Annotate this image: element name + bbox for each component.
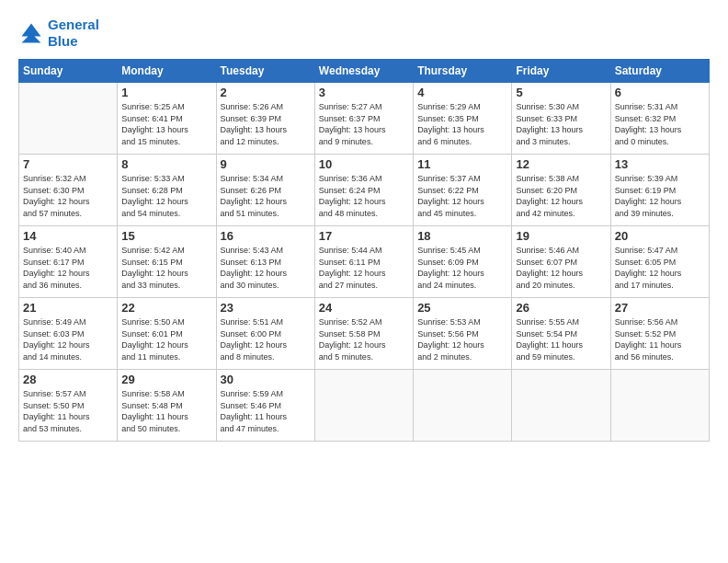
day-cell: 1Sunrise: 5:25 AM Sunset: 6:41 PM Daylig… (118, 83, 216, 155)
day-info: Sunrise: 5:58 AM Sunset: 5:48 PM Dayligh… (121, 388, 211, 434)
week-row-4: 21Sunrise: 5:49 AM Sunset: 6:03 PM Dayli… (19, 298, 710, 370)
day-info: Sunrise: 5:47 AM Sunset: 6:05 PM Dayligh… (615, 245, 705, 291)
weekday-header-saturday: Saturday (610, 60, 709, 83)
day-number: 21 (23, 301, 113, 315)
day-cell: 25Sunrise: 5:53 AM Sunset: 5:56 PM Dayli… (414, 298, 512, 370)
day-number: 15 (121, 229, 211, 243)
day-info: Sunrise: 5:30 AM Sunset: 6:33 PM Dayligh… (516, 101, 606, 147)
day-number: 20 (615, 229, 705, 243)
week-row-5: 28Sunrise: 5:57 AM Sunset: 5:50 PM Dayli… (19, 370, 710, 442)
day-info: Sunrise: 5:29 AM Sunset: 6:35 PM Dayligh… (417, 101, 507, 147)
svg-marker-0 (22, 24, 41, 43)
week-row-1: 1Sunrise: 5:25 AM Sunset: 6:41 PM Daylig… (19, 83, 710, 155)
day-info: Sunrise: 5:43 AM Sunset: 6:13 PM Dayligh… (221, 245, 311, 291)
day-info: Sunrise: 5:38 AM Sunset: 6:20 PM Dayligh… (516, 173, 606, 219)
day-cell: 12Sunrise: 5:38 AM Sunset: 6:20 PM Dayli… (512, 155, 610, 226)
day-cell: 22Sunrise: 5:50 AM Sunset: 6:01 PM Dayli… (118, 298, 216, 370)
day-cell (19, 83, 118, 155)
day-info: Sunrise: 5:56 AM Sunset: 5:52 PM Dayligh… (615, 316, 705, 362)
page: General Blue SundayMondayTuesdayWednesda… (0, 0, 728, 563)
weekday-header-tuesday: Tuesday (216, 60, 314, 83)
weekday-header-wednesday: Wednesday (314, 60, 413, 83)
day-cell: 18Sunrise: 5:45 AM Sunset: 6:09 PM Dayli… (414, 226, 512, 298)
day-number: 16 (221, 229, 311, 243)
day-info: Sunrise: 5:36 AM Sunset: 6:24 PM Dayligh… (319, 173, 409, 219)
day-cell: 13Sunrise: 5:39 AM Sunset: 6:19 PM Dayli… (610, 155, 709, 226)
weekday-header-monday: Monday (118, 60, 216, 83)
day-number: 25 (417, 301, 507, 315)
day-cell: 4Sunrise: 5:29 AM Sunset: 6:35 PM Daylig… (414, 83, 512, 155)
day-cell: 19Sunrise: 5:46 AM Sunset: 6:07 PM Dayli… (512, 226, 610, 298)
day-cell: 29Sunrise: 5:58 AM Sunset: 5:48 PM Dayli… (118, 370, 216, 442)
weekday-header-friday: Friday (512, 60, 610, 83)
day-cell: 28Sunrise: 5:57 AM Sunset: 5:50 PM Dayli… (19, 370, 118, 442)
day-cell: 11Sunrise: 5:37 AM Sunset: 6:22 PM Dayli… (414, 155, 512, 226)
day-number: 14 (23, 229, 113, 243)
day-info: Sunrise: 5:34 AM Sunset: 6:26 PM Dayligh… (221, 173, 311, 219)
day-info: Sunrise: 5:52 AM Sunset: 5:58 PM Dayligh… (319, 316, 409, 362)
header: General Blue (18, 17, 710, 50)
day-cell: 21Sunrise: 5:49 AM Sunset: 6:03 PM Dayli… (19, 298, 118, 370)
day-number: 24 (319, 301, 409, 315)
day-number: 10 (319, 157, 409, 171)
day-number: 29 (121, 373, 211, 386)
day-info: Sunrise: 5:32 AM Sunset: 6:30 PM Dayligh… (23, 173, 113, 219)
day-info: Sunrise: 5:33 AM Sunset: 6:28 PM Dayligh… (121, 173, 211, 219)
day-info: Sunrise: 5:51 AM Sunset: 6:00 PM Dayligh… (221, 316, 311, 362)
day-info: Sunrise: 5:57 AM Sunset: 5:50 PM Dayligh… (23, 388, 113, 434)
day-cell: 5Sunrise: 5:30 AM Sunset: 6:33 PM Daylig… (512, 83, 610, 155)
logo-icon (18, 20, 44, 46)
day-number: 23 (221, 301, 311, 315)
day-cell: 9Sunrise: 5:34 AM Sunset: 6:26 PM Daylig… (216, 155, 314, 226)
day-number: 26 (516, 301, 606, 315)
day-info: Sunrise: 5:55 AM Sunset: 5:54 PM Dayligh… (516, 316, 606, 362)
day-cell (610, 370, 709, 442)
day-info: Sunrise: 5:59 AM Sunset: 5:46 PM Dayligh… (221, 388, 311, 434)
logo-text: General Blue (48, 17, 99, 50)
day-cell: 3Sunrise: 5:27 AM Sunset: 6:37 PM Daylig… (314, 83, 413, 155)
day-number: 22 (121, 301, 211, 315)
day-cell: 23Sunrise: 5:51 AM Sunset: 6:00 PM Dayli… (216, 298, 314, 370)
day-cell: 26Sunrise: 5:55 AM Sunset: 5:54 PM Dayli… (512, 298, 610, 370)
day-number: 2 (221, 86, 311, 99)
day-number: 6 (615, 86, 705, 99)
day-number: 28 (23, 373, 113, 386)
day-cell: 16Sunrise: 5:43 AM Sunset: 6:13 PM Dayli… (216, 226, 314, 298)
day-info: Sunrise: 5:25 AM Sunset: 6:41 PM Dayligh… (121, 101, 211, 147)
weekday-header-thursday: Thursday (414, 60, 512, 83)
day-number: 11 (417, 157, 507, 171)
day-number: 18 (417, 229, 507, 243)
day-number: 9 (221, 157, 311, 171)
day-cell: 2Sunrise: 5:26 AM Sunset: 6:39 PM Daylig… (216, 83, 314, 155)
day-info: Sunrise: 5:27 AM Sunset: 6:37 PM Dayligh… (319, 101, 409, 147)
logo: General Blue (18, 17, 99, 50)
day-number: 8 (121, 157, 211, 171)
day-cell: 15Sunrise: 5:42 AM Sunset: 6:15 PM Dayli… (118, 226, 216, 298)
day-info: Sunrise: 5:49 AM Sunset: 6:03 PM Dayligh… (23, 316, 113, 362)
day-number: 4 (417, 86, 507, 99)
day-cell: 10Sunrise: 5:36 AM Sunset: 6:24 PM Dayli… (314, 155, 413, 226)
day-number: 17 (319, 229, 409, 243)
calendar: SundayMondayTuesdayWednesdayThursdayFrid… (18, 59, 710, 442)
day-info: Sunrise: 5:31 AM Sunset: 6:32 PM Dayligh… (615, 101, 705, 147)
day-info: Sunrise: 5:40 AM Sunset: 6:17 PM Dayligh… (23, 245, 113, 291)
day-number: 3 (319, 86, 409, 99)
day-info: Sunrise: 5:53 AM Sunset: 5:56 PM Dayligh… (417, 316, 507, 362)
day-info: Sunrise: 5:37 AM Sunset: 6:22 PM Dayligh… (417, 173, 507, 219)
day-number: 13 (615, 157, 705, 171)
day-info: Sunrise: 5:44 AM Sunset: 6:11 PM Dayligh… (319, 245, 409, 291)
day-cell (414, 370, 512, 442)
day-number: 1 (121, 86, 211, 99)
weekday-header-sunday: Sunday (19, 60, 118, 83)
day-cell: 7Sunrise: 5:32 AM Sunset: 6:30 PM Daylig… (19, 155, 118, 226)
week-row-2: 7Sunrise: 5:32 AM Sunset: 6:30 PM Daylig… (19, 155, 710, 226)
weekday-header-row: SundayMondayTuesdayWednesdayThursdayFrid… (19, 60, 710, 83)
day-number: 27 (615, 301, 705, 315)
day-info: Sunrise: 5:46 AM Sunset: 6:07 PM Dayligh… (516, 245, 606, 291)
day-cell: 30Sunrise: 5:59 AM Sunset: 5:46 PM Dayli… (216, 370, 314, 442)
week-row-3: 14Sunrise: 5:40 AM Sunset: 6:17 PM Dayli… (19, 226, 710, 298)
day-cell: 24Sunrise: 5:52 AM Sunset: 5:58 PM Dayli… (314, 298, 413, 370)
day-cell: 6Sunrise: 5:31 AM Sunset: 6:32 PM Daylig… (610, 83, 709, 155)
day-info: Sunrise: 5:45 AM Sunset: 6:09 PM Dayligh… (417, 245, 507, 291)
day-cell (314, 370, 413, 442)
